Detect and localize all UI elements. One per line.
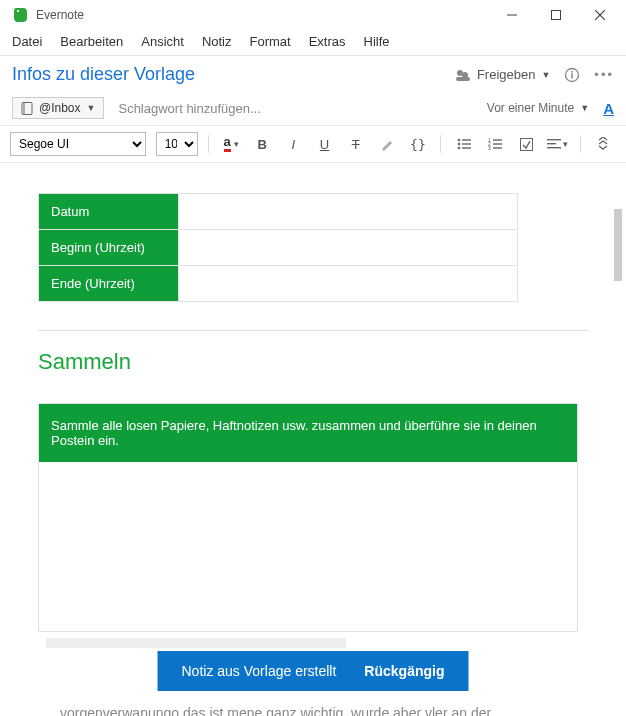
font-size-select[interactable]: 10	[156, 132, 198, 156]
svg-point-12	[458, 139, 461, 142]
row-value[interactable]	[179, 230, 518, 266]
menu-bar: Datei Bearbeiten Ansicht Notiz Format Ex…	[0, 30, 626, 56]
window-minimize-button[interactable]	[490, 0, 534, 30]
menu-notiz[interactable]: Notiz	[202, 34, 232, 49]
svg-text:3: 3	[488, 145, 491, 150]
format-toolbar: Segoe UI 10 a▾ B I U T {} 123 ▾	[0, 125, 626, 163]
svg-rect-6	[456, 77, 470, 81]
title-bar: Evernote	[0, 0, 626, 30]
svg-rect-15	[462, 143, 471, 144]
row-label[interactable]: Ende (Uhrzeit)	[39, 266, 179, 302]
svg-point-14	[458, 143, 461, 146]
svg-rect-26	[547, 143, 556, 144]
font-family-select[interactable]: Segoe UI	[10, 132, 146, 156]
notebook-selector[interactable]: @Inbox ▼	[12, 97, 104, 119]
instruction-banner[interactable]: Sammle alle losen Papiere, Haftnotizen u…	[38, 403, 578, 462]
divider	[580, 135, 581, 153]
align-button[interactable]: ▾	[545, 132, 570, 156]
tags-input[interactable]: Schlagwort hinzufügen...	[118, 101, 260, 116]
table-row: Ende (Uhrzeit)	[39, 266, 518, 302]
divider	[208, 135, 209, 153]
numbered-list-button[interactable]: 123	[483, 132, 508, 156]
updated-label: Vor einer Minute	[487, 101, 574, 115]
font-style-button[interactable]: A	[603, 100, 614, 117]
notebook-icon	[21, 102, 33, 115]
italic-button[interactable]: I	[281, 132, 306, 156]
window-maximize-button[interactable]	[534, 0, 578, 30]
svg-rect-23	[493, 147, 502, 148]
svg-rect-27	[547, 147, 561, 148]
note-title[interactable]: Infos zu dieser Vorlage	[12, 64, 195, 85]
menu-hilfe[interactable]: Hilfe	[364, 34, 390, 49]
font-color-button[interactable]: a▾	[219, 132, 244, 156]
svg-rect-8	[572, 73, 574, 78]
menu-format[interactable]: Format	[250, 34, 291, 49]
svg-rect-13	[462, 139, 471, 140]
info-icon[interactable]	[564, 67, 580, 83]
svg-rect-21	[493, 143, 502, 144]
expand-toolbar-button[interactable]	[591, 132, 616, 156]
chevron-down-icon: ▼	[87, 103, 96, 113]
row-value[interactable]	[179, 266, 518, 302]
note-body[interactable]: Datum Beginn (Uhrzeit) Ende (Uhrzeit) Sa…	[0, 163, 626, 703]
share-icon	[455, 68, 471, 82]
table-row: Beginn (Uhrzeit)	[39, 230, 518, 266]
app-icon	[12, 6, 30, 24]
share-button[interactable]: Freigeben ▼	[455, 67, 550, 82]
svg-rect-19	[493, 139, 502, 140]
svg-rect-25	[547, 139, 561, 140]
checklist-button[interactable]	[514, 132, 539, 156]
menu-extras[interactable]: Extras	[309, 34, 346, 49]
row-label[interactable]: Beginn (Uhrzeit)	[39, 230, 179, 266]
svg-point-16	[458, 147, 461, 150]
section-heading[interactable]: Sammeln	[38, 349, 588, 375]
toast-message: Notiz aus Vorlage erstellt	[182, 663, 337, 679]
svg-rect-9	[572, 71, 574, 73]
metadata-table[interactable]: Datum Beginn (Uhrzeit) Ende (Uhrzeit)	[38, 193, 518, 302]
table-row: Datum	[39, 194, 518, 230]
notebook-name: @Inbox	[39, 101, 81, 115]
underline-button[interactable]: U	[312, 132, 337, 156]
strikethrough-button[interactable]: T	[343, 132, 368, 156]
svg-rect-24	[520, 138, 532, 150]
window-close-button[interactable]	[578, 0, 622, 30]
more-icon[interactable]: •••	[594, 67, 614, 82]
bullet-list-button[interactable]	[451, 132, 476, 156]
svg-rect-1	[552, 11, 561, 20]
content-box[interactable]	[38, 462, 578, 632]
note-meta-row: @Inbox ▼ Schlagwort hinzufügen... Vor ei…	[0, 91, 626, 125]
toast-notification: Notiz aus Vorlage erstellt Rückgängig	[158, 651, 469, 691]
menu-bearbeiten[interactable]: Bearbeiten	[60, 34, 123, 49]
row-value[interactable]	[179, 194, 518, 230]
svg-rect-17	[462, 147, 471, 148]
bold-button[interactable]: B	[250, 132, 275, 156]
app-name: Evernote	[36, 8, 84, 22]
share-label: Freigeben	[477, 67, 536, 82]
note-header: Infos zu dieser Vorlage Freigeben ▼ •••	[0, 56, 626, 91]
horizontal-rule	[38, 330, 588, 331]
code-block-button[interactable]: {}	[405, 132, 430, 156]
menu-ansicht[interactable]: Ansicht	[141, 34, 184, 49]
highlight-button[interactable]	[374, 132, 399, 156]
chevron-down-icon: ▼	[541, 70, 550, 80]
divider	[440, 135, 441, 153]
menu-datei[interactable]: Datei	[12, 34, 42, 49]
row-label[interactable]: Datum	[39, 194, 179, 230]
scrollbar-thumb[interactable]	[614, 209, 622, 281]
undo-button[interactable]: Rückgängig	[364, 663, 444, 679]
chevron-down-icon[interactable]: ▼	[580, 103, 589, 113]
background-text-cutoff: vorgenverwanungo das ist mene ganz wicht…	[0, 703, 626, 716]
horizontal-scrollbar[interactable]	[46, 638, 346, 648]
